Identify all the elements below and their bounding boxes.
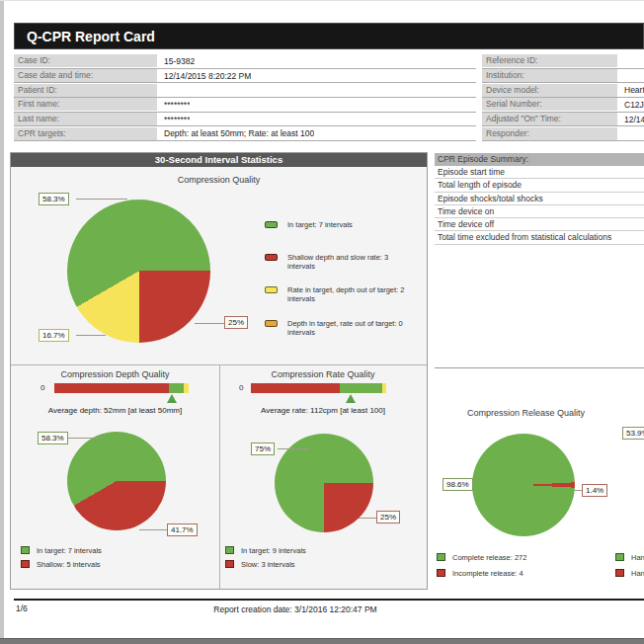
callout-green: 98.6% [443, 478, 473, 491]
field-label: Case ID: [14, 54, 157, 67]
callout-red: 41.7% [167, 523, 198, 536]
red-legend-swatch [225, 560, 234, 568]
page-left-edge [0, 0, 4, 644]
episode-summary-table: CPR Episode Summary: Episode start time … [435, 153, 644, 245]
release-quality-section: Compression Release Quality 98.6% 1.4% 5… [435, 375, 644, 593]
right-column-divider [435, 367, 644, 368]
depth-average-marker [167, 394, 177, 403]
legend-label: Hand [631, 569, 644, 578]
info-row-institution: Institution: [482, 69, 644, 84]
info-row-last-name: Last name: ******** [14, 113, 476, 127]
rate-average-marker [346, 394, 356, 403]
subpanel-divider [219, 364, 220, 589]
summary-row: Episode start time [435, 166, 644, 179]
callout-red: 25% [376, 511, 400, 523]
legend-item: Complete release: 272 [437, 553, 585, 562]
callout-leader [76, 335, 106, 336]
field-label: CPR targets: [14, 127, 157, 140]
green-legend-swatch [437, 553, 445, 561]
callout-leader [76, 199, 127, 200]
legend-label: Incomplete release: 4 [452, 569, 523, 578]
legend-label: Shallow: 5 intervals [37, 560, 101, 569]
legend-label: In target: 7 intervals [37, 546, 102, 555]
field-value: 12/14/2015 8:20:22 PM [157, 71, 251, 81]
callout-green: 58.3% [39, 193, 69, 205]
depth-quality-gauge [54, 383, 189, 393]
device-info-table: Reference ID: Institution: Device model:… [482, 54, 644, 141]
field-label: Reference ID: [482, 54, 617, 67]
summary-row: Total time excluded from statistical cal… [435, 231, 644, 244]
page-top-edge [0, 0, 644, 1]
info-row-cpr-targets: CPR targets: Depth: at least 50mm; Rate:… [14, 126, 476, 141]
orange-legend-swatch [265, 320, 278, 327]
red-legend-swatch [21, 560, 30, 568]
legend-item: Shallow: 5 intervals [21, 560, 208, 569]
field-value: 12/14/2 [617, 115, 644, 124]
legend-item-clipped: Hand [615, 569, 644, 578]
depth-quality-title: Compression Depth Quality [11, 369, 219, 379]
callout-leader [575, 490, 582, 491]
case-info-table: Case ID: 15-9382 Case date and time: 12/… [14, 54, 476, 141]
callout-cutoff: 53.9% [622, 427, 644, 440]
field-value: C12J-0 [617, 100, 644, 110]
callout-red: 1.4% [582, 484, 607, 497]
field-value: ******** [157, 100, 190, 110]
field-label: Device model: [482, 84, 617, 97]
callout-leader [68, 438, 104, 439]
legend-label: Depth in target, rate out of target: 0 i… [287, 319, 413, 337]
callout-red: 25% [224, 316, 248, 329]
interval-statistics-header: 30-Second Interval Statistics [11, 153, 427, 167]
yellow-legend-swatch [265, 286, 278, 293]
field-label: Institution: [482, 69, 617, 82]
info-row-case-date: Case date and time: 12/14/2015 8:20:22 P… [14, 69, 476, 84]
field-value: HeartS [617, 85, 644, 95]
info-row-case-id: Case ID: 15-9382 [14, 54, 476, 69]
legend-item: In target: 7 intervals [21, 546, 208, 555]
field-label: Adjusted "On" Time: [482, 113, 617, 125]
field-label: Case date and time: [14, 69, 157, 82]
callout-leader [139, 529, 167, 530]
legend-label: Rate in target, depth out of target: 2 i… [287, 285, 413, 303]
gauge-min-label: 0 [239, 383, 243, 392]
legend-label: In target: 9 intervals [241, 546, 306, 555]
field-label: Patient ID: [14, 84, 157, 97]
rate-quality-gauge [251, 383, 386, 393]
info-row-reference-id: Reference ID: [482, 54, 644, 69]
field-label: First name: [14, 98, 157, 111]
red-legend-swatch [437, 569, 445, 577]
callout-yellow: 16.7% [39, 329, 69, 342]
callout-leader [195, 323, 224, 324]
legend-item: Rate in target, depth out of target: 2 i… [265, 285, 413, 303]
field-value: ******** [157, 115, 190, 124]
legend-item: Shallow depth and slow rate: 3 intervals [265, 253, 418, 271]
red-legend-swatch [615, 569, 624, 577]
legend-label: In target: 7 intervals [287, 220, 353, 229]
field-label: Last name: [14, 113, 157, 125]
depth-quality-pie-chart [67, 432, 166, 530]
legend-label: Hand [631, 553, 644, 562]
report-title: Q-CPR Report Card [14, 23, 644, 49]
callout-green: 58.3% [38, 432, 68, 444]
rate-quality-title: Compression Rate Quality [219, 369, 427, 379]
episode-summary-header: CPR Episode Summary: [435, 153, 644, 166]
green-legend-swatch [21, 546, 30, 554]
info-row-responder: Responder: [482, 126, 644, 141]
callout-leader [359, 518, 376, 519]
callout-green: 75% [251, 443, 275, 455]
info-row-serial-number: Serial Number: C12J-0 [482, 98, 644, 113]
green-legend-swatch [265, 221, 278, 228]
gauge-min-label: 0 [40, 383, 44, 392]
field-value: Depth: at least 50mm; Rate: at least 100 [157, 128, 314, 138]
field-value: 15-9382 [157, 56, 195, 66]
legend-label: Shallow depth and slow rate: 3 intervals [287, 253, 418, 271]
summary-row: Total length of episode [435, 179, 644, 192]
legend-label: Slow: 3 intervals [241, 560, 295, 569]
report-creation-date: Report creation date: 3/1/2016 12:20:47 … [0, 604, 591, 614]
legend-item: Incomplete release: 4 [437, 569, 585, 578]
info-row-first-name: First name: ******** [14, 98, 476, 113]
compression-quality-pie-chart [67, 200, 210, 343]
legend-label: Complete release: 272 [452, 553, 526, 562]
field-label: Serial Number: [482, 98, 617, 111]
rate-average-label: Average rate: 112cpm [at least 100] [219, 406, 427, 415]
info-row-device-model: Device model: HeartS [482, 83, 644, 98]
